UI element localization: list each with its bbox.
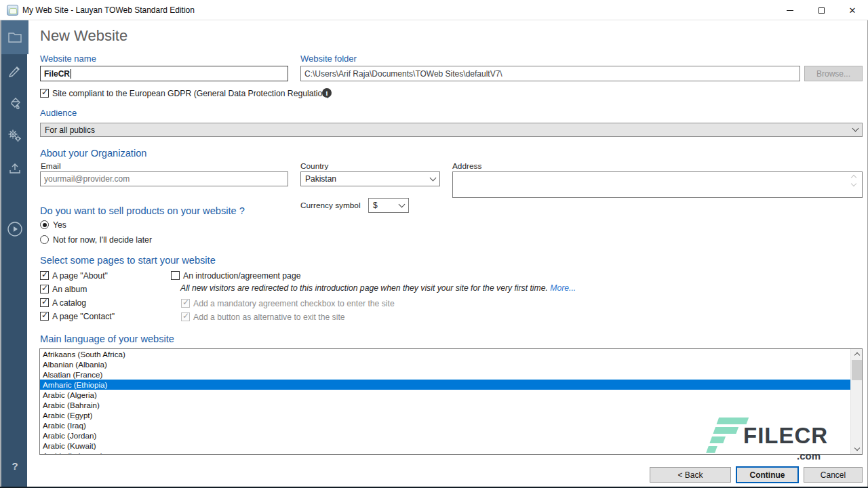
exit-button-label: Add a button as alternative to exit the …: [193, 312, 345, 322]
audience-select[interactable]: For all publics: [40, 123, 863, 137]
scrollbar-thumb[interactable]: [852, 360, 862, 380]
sell-later-radio[interactable]: [40, 235, 49, 244]
currency-label: Currency symbol: [300, 201, 361, 210]
page-catalog-checkbox[interactable]: [40, 298, 49, 307]
sidebar-item-options[interactable]: [1, 119, 28, 152]
website-name-input[interactable]: FileCR: [40, 66, 288, 81]
email-field[interactable]: [40, 171, 288, 186]
minimize-icon: [787, 10, 793, 11]
page-contact-checkbox[interactable]: [40, 312, 49, 321]
country-value: Pakistan: [305, 174, 336, 184]
folder-icon: [7, 30, 22, 44]
continue-button[interactable]: Continue: [736, 466, 799, 483]
page-album-label: An album: [52, 285, 87, 294]
country-select[interactable]: Pakistan: [300, 171, 440, 186]
country-label: Country: [300, 161, 328, 171]
sidebar-item-site[interactable]: [1, 20, 28, 54]
sell-yes-label: Yes: [53, 220, 66, 230]
sidebar-item-style[interactable]: [1, 87, 28, 119]
language-heading: Main language of your website: [40, 333, 174, 344]
titlebar: My Web Site - Lauyan TOWeb Standard Edit…: [0, 0, 868, 20]
help-icon: ?: [12, 460, 18, 472]
more-link[interactable]: More...: [550, 283, 576, 293]
website-name-value: FileCR: [44, 69, 70, 79]
pages-heading: Select some pages to start your website: [40, 255, 216, 266]
minimize-button[interactable]: [774, 0, 806, 20]
sidebar-item-preview[interactable]: [1, 213, 28, 245]
currency-select[interactable]: $: [368, 198, 409, 213]
page-contact-label: A page "Contact": [52, 312, 115, 321]
email-label: Email: [41, 161, 61, 171]
currency-value: $: [373, 201, 378, 210]
preview-play-icon: [7, 221, 23, 237]
page-about-checkbox[interactable]: [40, 271, 49, 280]
address-field[interactable]: [452, 171, 863, 198]
chevron-down-icon: [399, 201, 406, 207]
list-item[interactable]: Albanian (Albania): [40, 359, 850, 369]
sell-yes-radio[interactable]: [40, 220, 49, 229]
browse-button: Browse...: [804, 66, 863, 81]
list-item-selected[interactable]: Amharic (Ethiopia): [40, 380, 850, 390]
intro-page-label: An introduction/agreement page: [183, 271, 300, 281]
agreement-checkbox: [181, 299, 190, 308]
scrollbar[interactable]: [850, 349, 862, 454]
sell-heading: Do you want to sell products on your web…: [40, 205, 245, 216]
scroll-up-icon[interactable]: [851, 349, 863, 359]
info-icon[interactable]: i: [322, 88, 332, 98]
maximize-button[interactable]: [806, 0, 837, 20]
website-folder-input[interactable]: C:\Users\Arif Raja\Documents\TOWeb Sites…: [300, 66, 800, 81]
organization-heading: About your Organization: [40, 148, 146, 159]
page-about-label: A page "About": [52, 271, 108, 281]
chevron-down-icon: [852, 125, 859, 132]
sidebar-item-edit[interactable]: [1, 54, 28, 87]
list-item[interactable]: Arabic (Algeria): [40, 390, 850, 400]
website-folder-label: Website folder: [300, 54, 357, 64]
list-item[interactable]: Arabic (Bahrain): [40, 400, 850, 410]
spinner-arrows-icon[interactable]: [852, 176, 856, 186]
sidebar-item-publish[interactable]: [1, 152, 28, 184]
pencil-icon: [8, 64, 22, 77]
filecr-watermark: FILECR .com: [708, 416, 825, 462]
list-item[interactable]: Afrikaans (South Africa): [40, 349, 850, 359]
watermark-tld: .com: [797, 450, 821, 462]
list-item[interactable]: Alsatian (France): [40, 369, 850, 380]
maximize-icon: [818, 7, 825, 14]
sell-later-label: Not for now, I'll decide later: [53, 235, 152, 245]
text-caret: [71, 69, 71, 79]
page-title: New Website: [40, 27, 127, 45]
audience-value: For all publics: [45, 125, 95, 135]
intro-page-checkbox[interactable]: [171, 271, 180, 280]
upload-icon: [8, 161, 22, 175]
address-label: Address: [452, 161, 481, 171]
app-logo-icon: [7, 5, 18, 16]
window-title: My Web Site - Lauyan TOWeb Standard Edit…: [22, 5, 195, 15]
agreement-label: Add a mandatory agreement checkbox to en…: [193, 299, 395, 308]
back-button[interactable]: < Back: [650, 467, 731, 483]
website-folder-value: C:\Users\Arif Raja\Documents\TOWeb Sites…: [304, 69, 502, 79]
exit-button-checkbox: [181, 312, 190, 321]
page-album-checkbox[interactable]: [40, 285, 49, 293]
intro-description-text: All new visitors are redirected to this …: [180, 283, 548, 293]
gears-icon: [7, 128, 22, 143]
cancel-button[interactable]: Cancel: [804, 467, 863, 483]
close-button[interactable]: ✕: [837, 0, 868, 20]
audience-label: Audience: [40, 108, 77, 118]
chevron-down-icon: [430, 174, 437, 181]
page-catalog-label: A catalog: [52, 298, 86, 308]
watermark-name: FILECR: [743, 423, 828, 449]
paint-icon: [8, 96, 22, 110]
filecr-logo-icon: [705, 418, 749, 455]
app-window: My Web Site - Lauyan TOWeb Standard Edit…: [0, 0, 868, 488]
scroll-down-icon[interactable]: [851, 444, 863, 454]
sidebar: ?: [0, 20, 27, 488]
website-name-label: Website name: [40, 54, 96, 64]
gdpr-checkbox[interactable]: [40, 89, 49, 98]
intro-description: All new visitors are redirected to this …: [180, 283, 576, 293]
gdpr-label: Site compliant to the European GDPR (Gen…: [52, 89, 330, 98]
